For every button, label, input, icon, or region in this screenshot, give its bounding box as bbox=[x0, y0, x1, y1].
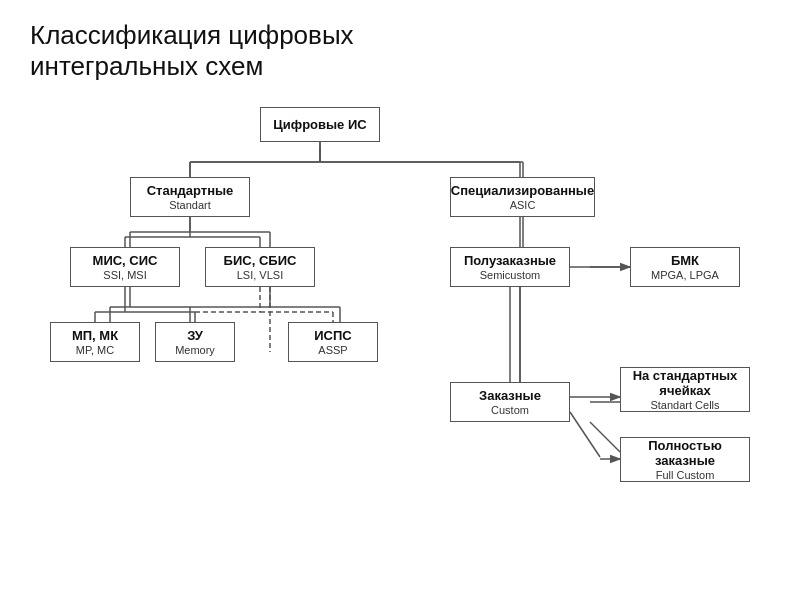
node-bmk: БМК MPGA, LPGA bbox=[630, 247, 740, 287]
node-custom: Заказные Custom bbox=[450, 382, 570, 422]
page: Классификация цифровыхинтегральных схем bbox=[0, 0, 800, 600]
node-isps: ИСПС ASSP bbox=[288, 322, 378, 362]
node-bis-sbis: БИС, СБИС LSI, VLSI bbox=[205, 247, 315, 287]
node-digital-ic: Цифровые ИС bbox=[260, 107, 380, 142]
node-zu: ЗУ Memory bbox=[155, 322, 235, 362]
node-standart-cells: На стандартных ячейках Standart Cells bbox=[620, 367, 750, 412]
page-title: Классификация цифровыхинтегральных схем bbox=[30, 20, 770, 82]
node-asic: Специализированные ASIC bbox=[450, 177, 595, 217]
node-standart: Стандартные Standart bbox=[130, 177, 250, 217]
diagram-lines bbox=[30, 102, 770, 562]
node-mis-sis: МИС, СИС SSI, MSI bbox=[70, 247, 180, 287]
svg-line-27 bbox=[590, 422, 620, 452]
svg-line-55 bbox=[570, 412, 600, 457]
diagram-arrows bbox=[30, 102, 770, 562]
node-semicustom: Полузаказные Semicustom bbox=[450, 247, 570, 287]
node-full-custom: Полностью заказные Full Custom bbox=[620, 437, 750, 482]
node-mp-mk: МП, МК MP, MC bbox=[50, 322, 140, 362]
diagram: Цифровые ИС Стандартные Standart Специал… bbox=[30, 102, 770, 562]
